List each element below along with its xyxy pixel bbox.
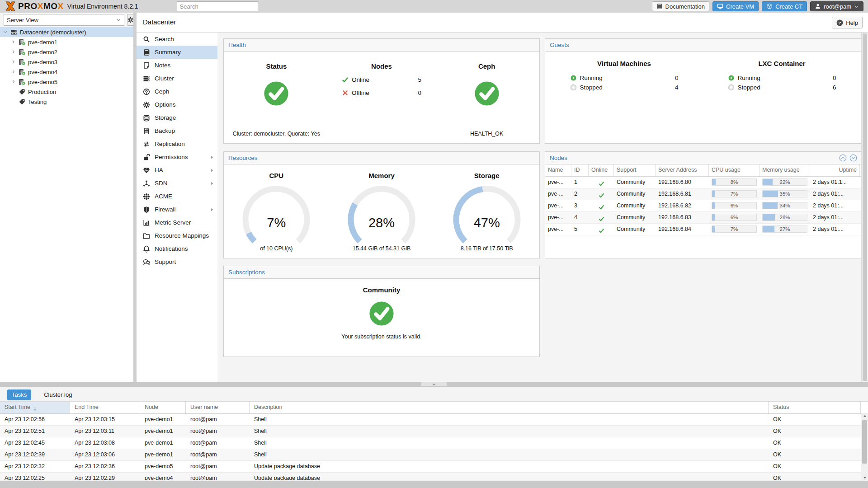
sidebar-splitter[interactable] — [133, 13, 137, 382]
tree-item-pve-demo1[interactable]: pve-demo1 — [0, 37, 133, 47]
proxmox-x-logo-icon — [5, 1, 16, 11]
ceph-status: HEALTH_OK — [434, 131, 539, 137]
create-vm-button[interactable]: Create VM — [712, 1, 759, 11]
view-mode-select[interactable]: Server View — [4, 14, 124, 26]
vm-column: Virtual Machines Running 0 Stopped 4 — [545, 52, 703, 143]
nav-item-sdn[interactable]: SDN — [137, 177, 217, 190]
scroll-up-button[interactable] — [861, 413, 868, 419]
nodes-column-header-name[interactable]: Name — [545, 164, 571, 176]
nav-item-metric-server[interactable]: Metric Server — [137, 216, 217, 229]
tasks-column-header-node[interactable]: Node — [140, 402, 186, 413]
nav-item-acme[interactable]: ACME — [137, 190, 217, 203]
submenu-arrow-icon — [209, 168, 215, 173]
tasks-column-header-user-name[interactable]: User name — [186, 402, 250, 413]
tree-item-pve-demo2[interactable]: pve-demo2 — [0, 47, 133, 57]
nav-item-cluster[interactable]: Cluster — [137, 72, 217, 85]
tab-tasks[interactable]: Tasks — [7, 389, 31, 400]
task-row[interactable]: Apr 23 12:02:56Apr 23 12:03:15pve-demo1r… — [0, 414, 868, 426]
nav-item-ceph[interactable]: Ceph — [137, 85, 217, 98]
nav-item-support[interactable]: Support — [137, 255, 217, 268]
tree-item-pve-demo3[interactable]: pve-demo3 — [0, 57, 133, 67]
tree-item-production[interactable]: Production — [0, 87, 133, 97]
nav-item-label: Storage — [155, 114, 176, 121]
tree-item-pve-demo4[interactable]: pve-demo4 — [0, 67, 133, 77]
nodes-column-header-uptime[interactable]: Uptime — [810, 164, 860, 176]
collapse-up-icon[interactable] — [839, 154, 847, 162]
stopped-label: Stopped — [738, 84, 760, 91]
tasks-scrollbar[interactable] — [861, 413, 868, 481]
node-cpu-usage: 6% — [709, 200, 760, 211]
tab-cluster-log[interactable]: Cluster log — [39, 389, 76, 400]
nodes-column-header-server-address[interactable]: Server Address — [656, 164, 709, 176]
task-start-time: Apr 23 12:02:51 — [0, 426, 70, 437]
nav-item-notes[interactable]: Notes — [137, 59, 217, 72]
nav-item-firewall[interactable]: Firewall — [137, 203, 217, 216]
horizontal-scrollbar-track[interactable] — [0, 480, 868, 488]
nodes-table-row[interactable]: pve-...3Community192.168.6.826%34%2 days… — [545, 200, 861, 212]
nav-item-notifications[interactable]: Notifications — [137, 242, 217, 255]
nav-item-storage[interactable]: Storage — [137, 111, 217, 124]
nodes-column-header-id[interactable]: ID — [571, 164, 589, 176]
nodes-column-header-memory-usage[interactable]: Memory usage — [760, 164, 810, 176]
main-scrollbar[interactable] — [861, 33, 868, 382]
online-value: 5 — [418, 76, 421, 83]
tasks-column-header-end-time[interactable]: End Time — [70, 402, 140, 413]
monitor-icon — [717, 3, 723, 9]
tree-item-datacenter-democluster-[interactable]: Datacenter (democluster) — [0, 27, 133, 37]
nav-item-label: Options — [155, 101, 176, 108]
tasks-column-header-start-time[interactable]: Start Time — [0, 402, 70, 413]
expander-right-icon — [11, 69, 18, 75]
health-panel: Health Status Cluster: democluster, Quor… — [223, 38, 540, 144]
main-scrollbar-thumb[interactable] — [863, 33, 867, 381]
tasks-scrollbar-thumb[interactable] — [862, 420, 867, 464]
nodes-column-header-support[interactable]: Support — [614, 164, 656, 176]
task-user: root@pam — [186, 461, 250, 472]
node-icon — [18, 39, 26, 46]
tasks-splitter[interactable] — [0, 382, 868, 387]
subscription-message: Your subscription status is valid. — [341, 333, 421, 340]
nav-item-permissions[interactable]: Permissions — [137, 150, 217, 164]
check-icon — [342, 76, 349, 83]
nav-item-summary[interactable]: Summary — [137, 46, 217, 59]
nav-item-ha[interactable]: HA — [137, 164, 217, 177]
stop-circle-icon — [728, 84, 735, 91]
nav-item-resource-mappings[interactable]: Resource Mappings — [137, 229, 217, 242]
tasks-collapse-handle[interactable] — [421, 382, 447, 386]
nodes-table-row[interactable]: pve-...5Community192.168.6.847%27%2 days… — [545, 224, 861, 235]
usage-bar: 35% — [762, 190, 807, 197]
subscriptions-panel-body: Community Your subscription status is va… — [224, 279, 539, 357]
user-menu-button[interactable]: root@pam — [810, 1, 863, 11]
create-ct-button[interactable]: Create CT — [762, 1, 807, 11]
gauge-cpu: CPU7%of 10 CPU(s) — [224, 164, 329, 258]
nodes-column-header-online[interactable]: Online — [589, 164, 614, 176]
nodes-offline-row: Offline 0 — [342, 89, 421, 96]
nodes-table-row[interactable]: pve-...2Community192.168.6.817%35%2 days… — [545, 188, 861, 200]
nav-item-search[interactable]: Search — [137, 33, 217, 46]
tasks-tabs: TasksCluster log — [0, 387, 868, 401]
task-row[interactable]: Apr 23 12:02:39Apr 23 12:03:06pve-demo1r… — [0, 449, 868, 461]
global-search-input[interactable] — [177, 1, 258, 11]
task-row[interactable]: Apr 23 12:02:51Apr 23 12:03:11pve-demo1r… — [0, 426, 868, 437]
collapse-down-icon[interactable] — [849, 154, 857, 162]
nav-item-backup[interactable]: Backup — [137, 124, 217, 137]
nodes-table-row[interactable]: pve-...4Community192.168.6.836%28%2 days… — [545, 212, 861, 224]
nodes-column-header-cpu-usage[interactable]: CPU usage — [709, 164, 760, 176]
online-check-icon — [599, 192, 604, 198]
tree-item-testing[interactable]: Testing — [0, 97, 133, 107]
tasks-column-header-status[interactable]: Status — [769, 402, 861, 413]
nav-item-replication[interactable]: Replication — [137, 137, 217, 150]
lxc-running-row: Running 0 — [728, 75, 836, 81]
tasks-column-header-description[interactable]: Description — [250, 402, 769, 413]
nav-item-options[interactable]: Options — [137, 98, 217, 111]
usage-bar: 28% — [762, 214, 807, 221]
tree-item-label: pve-demo2 — [28, 49, 57, 56]
help-button[interactable]: ? Help — [832, 17, 863, 28]
task-row[interactable]: Apr 23 12:02:32Apr 23 12:02:36pve-demo5r… — [0, 461, 868, 473]
node-uptime: 2 days 01:... — [810, 224, 860, 235]
tree-item-pve-demo5[interactable]: pve-demo5 — [0, 77, 133, 87]
documentation-button[interactable]: Documentation — [652, 1, 709, 11]
nodes-table-row[interactable]: pve-...1Community192.168.6.808%22%2 days… — [545, 177, 861, 188]
task-row[interactable]: Apr 23 12:02:45Apr 23 12:03:08pve-demo1r… — [0, 437, 868, 449]
summary-main: Health Status Cluster: democluster, Quor… — [217, 33, 868, 382]
note-icon — [143, 62, 150, 69]
